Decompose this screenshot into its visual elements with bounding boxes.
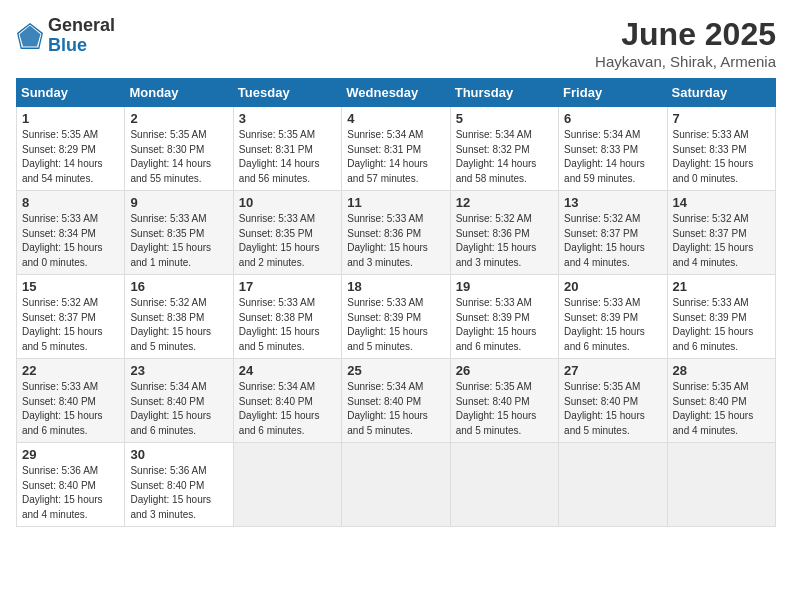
day-info: Sunrise: 5:32 AMSunset: 8:36 PMDaylight:… <box>456 213 537 268</box>
day-number: 23 <box>130 363 227 378</box>
calendar-cell <box>342 443 450 527</box>
calendar-cell: 25 Sunrise: 5:34 AMSunset: 8:40 PMDaylig… <box>342 359 450 443</box>
day-number: 19 <box>456 279 553 294</box>
calendar-cell: 19 Sunrise: 5:33 AMSunset: 8:39 PMDaylig… <box>450 275 558 359</box>
day-number: 10 <box>239 195 336 210</box>
day-info: Sunrise: 5:32 AMSunset: 8:38 PMDaylight:… <box>130 297 211 352</box>
calendar-cell: 30 Sunrise: 5:36 AMSunset: 8:40 PMDaylig… <box>125 443 233 527</box>
calendar-cell: 13 Sunrise: 5:32 AMSunset: 8:37 PMDaylig… <box>559 191 667 275</box>
logo-icon <box>16 22 44 50</box>
calendar-cell: 26 Sunrise: 5:35 AMSunset: 8:40 PMDaylig… <box>450 359 558 443</box>
day-number: 17 <box>239 279 336 294</box>
calendar-cell: 12 Sunrise: 5:32 AMSunset: 8:36 PMDaylig… <box>450 191 558 275</box>
calendar-week-row: 29 Sunrise: 5:36 AMSunset: 8:40 PMDaylig… <box>17 443 776 527</box>
day-number: 9 <box>130 195 227 210</box>
day-info: Sunrise: 5:34 AMSunset: 8:40 PMDaylight:… <box>347 381 428 436</box>
calendar-cell: 22 Sunrise: 5:33 AMSunset: 8:40 PMDaylig… <box>17 359 125 443</box>
calendar-cell: 2 Sunrise: 5:35 AMSunset: 8:30 PMDayligh… <box>125 107 233 191</box>
day-info: Sunrise: 5:35 AMSunset: 8:40 PMDaylight:… <box>564 381 645 436</box>
day-info: Sunrise: 5:33 AMSunset: 8:33 PMDaylight:… <box>673 129 754 184</box>
day-number: 2 <box>130 111 227 126</box>
day-info: Sunrise: 5:33 AMSunset: 8:35 PMDaylight:… <box>239 213 320 268</box>
day-info: Sunrise: 5:34 AMSunset: 8:40 PMDaylight:… <box>239 381 320 436</box>
calendar-cell: 18 Sunrise: 5:33 AMSunset: 8:39 PMDaylig… <box>342 275 450 359</box>
day-number: 25 <box>347 363 444 378</box>
calendar-subtitle: Haykavan, Shirak, Armenia <box>595 53 776 70</box>
day-info: Sunrise: 5:33 AMSunset: 8:39 PMDaylight:… <box>347 297 428 352</box>
day-info: Sunrise: 5:33 AMSunset: 8:34 PMDaylight:… <box>22 213 103 268</box>
day-info: Sunrise: 5:35 AMSunset: 8:31 PMDaylight:… <box>239 129 320 184</box>
calendar-cell: 8 Sunrise: 5:33 AMSunset: 8:34 PMDayligh… <box>17 191 125 275</box>
day-number: 4 <box>347 111 444 126</box>
calendar-cell: 7 Sunrise: 5:33 AMSunset: 8:33 PMDayligh… <box>667 107 775 191</box>
calendar-cell: 16 Sunrise: 5:32 AMSunset: 8:38 PMDaylig… <box>125 275 233 359</box>
day-number: 12 <box>456 195 553 210</box>
day-number: 3 <box>239 111 336 126</box>
calendar-cell: 14 Sunrise: 5:32 AMSunset: 8:37 PMDaylig… <box>667 191 775 275</box>
page-header: General Blue June 2025 Haykavan, Shirak,… <box>16 16 776 70</box>
day-info: Sunrise: 5:32 AMSunset: 8:37 PMDaylight:… <box>673 213 754 268</box>
calendar-cell: 28 Sunrise: 5:35 AMSunset: 8:40 PMDaylig… <box>667 359 775 443</box>
calendar-cell <box>559 443 667 527</box>
title-block: June 2025 Haykavan, Shirak, Armenia <box>595 16 776 70</box>
day-info: Sunrise: 5:32 AMSunset: 8:37 PMDaylight:… <box>564 213 645 268</box>
day-info: Sunrise: 5:36 AMSunset: 8:40 PMDaylight:… <box>130 465 211 520</box>
day-info: Sunrise: 5:33 AMSunset: 8:35 PMDaylight:… <box>130 213 211 268</box>
day-number: 15 <box>22 279 119 294</box>
calendar-cell: 15 Sunrise: 5:32 AMSunset: 8:37 PMDaylig… <box>17 275 125 359</box>
calendar-header-row: SundayMondayTuesdayWednesdayThursdayFrid… <box>17 79 776 107</box>
day-number: 16 <box>130 279 227 294</box>
logo-general: General <box>48 16 115 36</box>
calendar-cell: 24 Sunrise: 5:34 AMSunset: 8:40 PMDaylig… <box>233 359 341 443</box>
day-number: 1 <box>22 111 119 126</box>
logo-text: General Blue <box>48 16 115 56</box>
day-info: Sunrise: 5:33 AMSunset: 8:39 PMDaylight:… <box>564 297 645 352</box>
calendar-cell: 4 Sunrise: 5:34 AMSunset: 8:31 PMDayligh… <box>342 107 450 191</box>
day-number: 21 <box>673 279 770 294</box>
calendar-cell: 23 Sunrise: 5:34 AMSunset: 8:40 PMDaylig… <box>125 359 233 443</box>
calendar-cell <box>667 443 775 527</box>
logo: General Blue <box>16 16 115 56</box>
calendar-cell: 27 Sunrise: 5:35 AMSunset: 8:40 PMDaylig… <box>559 359 667 443</box>
day-info: Sunrise: 5:34 AMSunset: 8:40 PMDaylight:… <box>130 381 211 436</box>
day-info: Sunrise: 5:33 AMSunset: 8:36 PMDaylight:… <box>347 213 428 268</box>
calendar-cell: 17 Sunrise: 5:33 AMSunset: 8:38 PMDaylig… <box>233 275 341 359</box>
day-number: 14 <box>673 195 770 210</box>
day-number: 24 <box>239 363 336 378</box>
calendar-cell <box>450 443 558 527</box>
day-number: 13 <box>564 195 661 210</box>
day-number: 22 <box>22 363 119 378</box>
day-info: Sunrise: 5:35 AMSunset: 8:40 PMDaylight:… <box>456 381 537 436</box>
header-thursday: Thursday <box>450 79 558 107</box>
header-friday: Friday <box>559 79 667 107</box>
day-info: Sunrise: 5:33 AMSunset: 8:39 PMDaylight:… <box>673 297 754 352</box>
calendar-cell: 6 Sunrise: 5:34 AMSunset: 8:33 PMDayligh… <box>559 107 667 191</box>
logo-blue: Blue <box>48 36 115 56</box>
day-info: Sunrise: 5:32 AMSunset: 8:37 PMDaylight:… <box>22 297 103 352</box>
day-info: Sunrise: 5:33 AMSunset: 8:39 PMDaylight:… <box>456 297 537 352</box>
svg-marker-0 <box>20 25 41 46</box>
day-number: 8 <box>22 195 119 210</box>
day-number: 5 <box>456 111 553 126</box>
calendar-table: SundayMondayTuesdayWednesdayThursdayFrid… <box>16 78 776 527</box>
day-info: Sunrise: 5:35 AMSunset: 8:40 PMDaylight:… <box>673 381 754 436</box>
day-info: Sunrise: 5:34 AMSunset: 8:31 PMDaylight:… <box>347 129 428 184</box>
calendar-title: June 2025 <box>595 16 776 53</box>
day-number: 18 <box>347 279 444 294</box>
day-info: Sunrise: 5:33 AMSunset: 8:40 PMDaylight:… <box>22 381 103 436</box>
day-info: Sunrise: 5:33 AMSunset: 8:38 PMDaylight:… <box>239 297 320 352</box>
calendar-week-row: 8 Sunrise: 5:33 AMSunset: 8:34 PMDayligh… <box>17 191 776 275</box>
day-number: 11 <box>347 195 444 210</box>
calendar-cell: 1 Sunrise: 5:35 AMSunset: 8:29 PMDayligh… <box>17 107 125 191</box>
day-number: 6 <box>564 111 661 126</box>
calendar-week-row: 22 Sunrise: 5:33 AMSunset: 8:40 PMDaylig… <box>17 359 776 443</box>
calendar-week-row: 1 Sunrise: 5:35 AMSunset: 8:29 PMDayligh… <box>17 107 776 191</box>
day-info: Sunrise: 5:34 AMSunset: 8:33 PMDaylight:… <box>564 129 645 184</box>
header-tuesday: Tuesday <box>233 79 341 107</box>
calendar-week-row: 15 Sunrise: 5:32 AMSunset: 8:37 PMDaylig… <box>17 275 776 359</box>
calendar-cell: 29 Sunrise: 5:36 AMSunset: 8:40 PMDaylig… <box>17 443 125 527</box>
calendar-cell <box>233 443 341 527</box>
day-info: Sunrise: 5:36 AMSunset: 8:40 PMDaylight:… <box>22 465 103 520</box>
day-number: 7 <box>673 111 770 126</box>
day-number: 29 <box>22 447 119 462</box>
